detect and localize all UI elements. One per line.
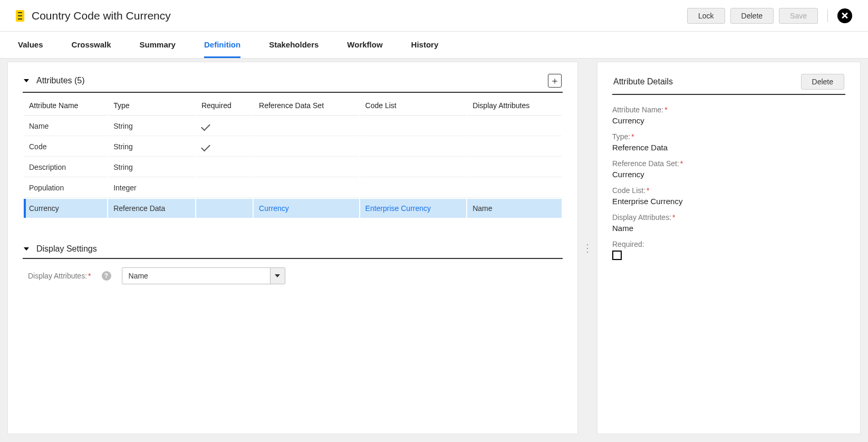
attr-codelist-label: Code List:* [612,186,845,195]
table-row[interactable]: Code String [24,137,562,157]
table-row[interactable]: Population Integer [24,178,562,198]
attr-name-value: Currency [612,116,845,125]
cell-name: Name [24,117,107,136]
tab-bar: Values Crosswalk Summary Definition Stak… [0,32,868,59]
table-row[interactable]: Name String [24,117,562,136]
cell-type: String [108,137,195,157]
lock-button[interactable]: Lock [687,8,725,24]
col-codelist: Code List [360,96,467,116]
col-required: Required [196,96,253,116]
attributes-table: Attribute Name Type Required Reference D… [23,95,563,219]
chevron-down-icon[interactable] [24,247,29,251]
attr-type-label: Type:* [612,132,845,141]
display-attributes-select[interactable]: Name [122,267,285,284]
close-icon[interactable] [837,8,852,23]
cell-type: Reference Data [108,199,195,218]
tab-history[interactable]: History [411,32,439,58]
help-icon[interactable]: ? [102,271,111,281]
col-refset: Reference Data Set [254,96,359,116]
details-panel-title: Attribute Details [613,77,801,87]
tab-summary[interactable]: Summary [140,32,176,58]
cell-name: Description [24,158,107,177]
save-button[interactable]: Save [779,8,818,24]
attr-display-value: Name [612,224,845,233]
col-attribute-name: Attribute Name [24,96,107,116]
check-icon [201,122,210,130]
cell-name: Code [24,137,107,157]
page-title: Country Code with Currency [32,9,171,22]
cell-name: Currency [24,199,107,218]
check-icon [201,142,210,151]
tab-crosswalk[interactable]: Crosswalk [72,32,111,58]
codelist-link[interactable]: Enterprise Currency [365,204,431,213]
attr-codelist-link[interactable]: Enterprise Currency [612,197,845,206]
tab-definition[interactable]: Definition [204,32,240,58]
divider [827,9,828,22]
display-attributes-label: Display Attributes:* [28,272,91,280]
definition-panel: Attributes (5) ＋ Attribute Name Type Req… [7,62,578,434]
add-attribute-button[interactable]: ＋ [548,74,562,88]
col-type: Type [108,96,195,116]
attr-type-value: Reference Data [612,143,845,152]
required-checkbox[interactable] [612,251,622,260]
drag-handle-icon: ⋮ [582,246,593,249]
entity-icon [16,10,24,22]
attribute-details-panel: Attribute Details Delete Attribute Name:… [597,62,861,434]
cell-type: Integer [108,178,195,198]
display-settings-section-header: Display Settings [23,240,563,259]
chevron-down-icon[interactable] [24,79,29,82]
panel-splitter[interactable]: ⋮ [578,62,597,434]
cell-required [196,117,253,136]
attributes-section-header: Attributes (5) ＋ [23,70,563,93]
cell-type: String [108,158,195,177]
cell-required [196,137,253,157]
attr-refset-link[interactable]: Currency [612,170,845,179]
chevron-down-icon[interactable] [270,268,285,284]
attr-display-label: Display Attributes:* [612,213,845,222]
select-value: Name [122,268,270,284]
table-row[interactable]: Currency Reference Data Currency Enterpr… [24,199,562,218]
cell-name: Population [24,178,107,198]
table-row[interactable]: Description String [24,158,562,177]
tab-stakeholders[interactable]: Stakeholders [269,32,319,58]
display-settings-title: Display Settings [36,244,562,254]
refset-link[interactable]: Currency [259,204,289,213]
tab-workflow[interactable]: Workflow [347,32,382,58]
attr-required-label: Required: [612,240,845,248]
page-header: Country Code with Currency Lock Delete S… [0,0,868,32]
cell-type: String [108,117,195,136]
col-display: Display Attributes [467,96,562,116]
attr-refset-label: Reference Data Set:* [612,159,845,168]
attr-name-label: Attribute Name:* [612,105,845,114]
attributes-section-title: Attributes (5) [36,76,541,85]
delete-attribute-button[interactable]: Delete [801,74,844,90]
tab-values[interactable]: Values [18,32,43,58]
cell-display: Name [467,199,562,218]
delete-button[interactable]: Delete [730,8,774,24]
